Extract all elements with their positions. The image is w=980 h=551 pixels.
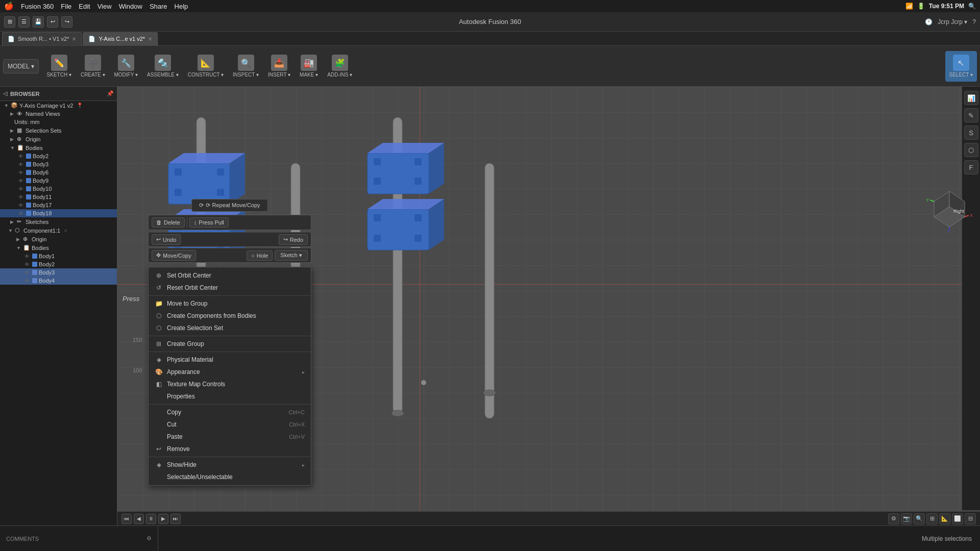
ctx-create-components[interactable]: ⬡ Create Components from Bodies <box>149 310 311 322</box>
help-btn[interactable]: ? <box>972 18 976 26</box>
tree-root[interactable]: ▼ 📦 Y-Axis Carriage v1 v2 📍 <box>0 101 117 110</box>
sketch-dropdown-btn[interactable]: Sketch ▾ <box>275 250 308 261</box>
tree-body10[interactable]: 👁 Body10 <box>0 185 117 193</box>
c-body1-eye[interactable]: 👁 <box>24 254 31 259</box>
ribbon-make[interactable]: 🏭 MAKE ▾ <box>296 51 322 82</box>
ctx-move-to-group[interactable]: 📁 Move to Group <box>149 297 311 310</box>
tab-2-close[interactable]: ✕ <box>148 36 152 42</box>
tree-component1[interactable]: ▼ ⬡ Component1:1 ○ <box>0 226 117 235</box>
move-copy-btn[interactable]: ✥ Move/Copy <box>152 250 196 261</box>
right-panel-btn-4[interactable]: ⬡ <box>964 143 978 157</box>
tree-c-body4[interactable]: 👁 Body4 <box>0 277 117 285</box>
ribbon-select[interactable]: ↖ SELECT ▾ <box>945 51 977 82</box>
tree-bodies[interactable]: ▼ 📋 Bodies <box>0 143 117 152</box>
viewport[interactable]: 150 100 Press ⟳ ⟳ Repeat Move/Copy 🗑 Del… <box>117 87 980 525</box>
tree-c-bodies[interactable]: ▼ 📋 Bodies <box>0 243 117 252</box>
menu-file[interactable]: File <box>61 3 71 10</box>
repeat-move-copy-btn[interactable]: ⟳ ⟳ Repeat Move/Copy <box>191 199 267 212</box>
body10-eye[interactable]: 👁 <box>18 186 24 192</box>
measure-tool-btn[interactable]: 📐 <box>939 513 950 524</box>
tree-body17[interactable]: 👁 Body17 <box>0 201 117 209</box>
hole-btn[interactable]: ○ Hole <box>247 251 273 261</box>
ctx-selectable[interactable]: Selectable/Unselectable <box>149 471 311 483</box>
ctx-create-selection-set[interactable]: ⬡ Create Selection Set <box>149 322 311 334</box>
menu-help[interactable]: Help <box>175 3 188 10</box>
tree-named-views[interactable]: ▶ 👁 Named Views <box>0 110 117 118</box>
grid-menu-btn[interactable]: ⊞ <box>4 16 15 28</box>
ctx-cut[interactable]: Cut Ctrl+X <box>149 418 311 431</box>
mac-search-icon[interactable]: 🔍 <box>968 3 976 10</box>
ctx-reset-orbit-center[interactable]: ↺ Reset Orbit Center <box>149 282 311 294</box>
model-dropdown[interactable]: MODEL ▾ <box>3 59 39 73</box>
tab-1-close[interactable]: ✕ <box>72 36 76 42</box>
tree-body18[interactable]: 👁 Body18 <box>0 209 117 217</box>
zoom-tool-btn[interactable]: 🔍 <box>914 513 925 524</box>
body3-eye[interactable]: 👁 <box>18 162 24 167</box>
right-panel-btn-1[interactable]: 📊 <box>964 91 978 105</box>
tree-c-body2[interactable]: 👁 Body2 <box>0 260 117 268</box>
ctx-properties[interactable]: Properties <box>149 390 311 403</box>
body6-eye[interactable]: 👁 <box>18 170 24 176</box>
right-panel-btn-2[interactable]: ✎ <box>964 108 978 122</box>
tree-origin[interactable]: ▶ ⊕ Origin <box>0 135 117 143</box>
undo-mini-btn[interactable]: ↩ Undo <box>152 234 181 245</box>
tab-2[interactable]: 📄 Y-Axis C...e v1 v2* ✕ <box>83 32 158 45</box>
ctx-set-orbit-center[interactable]: ⊕ Set Orbit Center <box>149 269 311 282</box>
menu-window[interactable]: Window <box>119 3 142 10</box>
tree-body3[interactable]: 👁 Body3 <box>0 160 117 168</box>
app-menu-btn[interactable]: ☰ <box>18 16 30 28</box>
tree-body11[interactable]: 👁 Body11 <box>0 193 117 201</box>
sidebar-pin-btn[interactable]: 📌 <box>107 90 114 97</box>
display-mode-btn[interactable]: ⬜ <box>952 513 963 524</box>
view-cube[interactable]: Right Z X Y <box>924 181 975 232</box>
playback-end-btn[interactable]: ⏭ <box>170 514 181 524</box>
sidebar-collapse-btn[interactable]: ◁ <box>3 90 7 97</box>
menu-fusion360[interactable]: Fusion 360 <box>21 3 54 10</box>
camera-tool-btn[interactable]: 📷 <box>901 513 912 524</box>
apple-menu[interactable]: 🍎 <box>4 2 14 11</box>
workspace-dropdown[interactable]: Jcrp Jcrp ▾ <box>938 18 967 26</box>
tree-selection-sets[interactable]: ▶ ▦ Selection Sets <box>0 126 117 135</box>
ribbon-sketch[interactable]: ✏️ SKETCH ▾ <box>43 51 76 82</box>
press-pull-btn[interactable]: ↕ Press Pull <box>189 217 229 228</box>
tree-body6[interactable]: 👁 Body6 <box>0 168 117 177</box>
tree-body2[interactable]: 👁 Body2 <box>0 152 117 160</box>
ctx-copy[interactable]: Copy Ctrl+C <box>149 406 311 418</box>
body17-eye[interactable]: 👁 <box>18 203 24 208</box>
c-body3-eye[interactable]: 👁 <box>24 270 31 276</box>
ribbon-addins[interactable]: 🧩 ADD-INS ▾ <box>323 51 356 82</box>
orbit-tool-btn[interactable]: ⚙ <box>888 513 899 524</box>
tree-c-body1[interactable]: 👁 Body1 <box>0 252 117 260</box>
ribbon-construct[interactable]: 📐 CONSTRUCT ▾ <box>184 51 228 82</box>
ctx-create-group[interactable]: ⊞ Create Group <box>149 338 311 350</box>
c-body4-eye[interactable]: 👁 <box>24 278 31 284</box>
ctx-physical-material[interactable]: ◈ Physical Material <box>149 354 311 366</box>
ctx-appearance[interactable]: 🎨 Appearance ▸ <box>149 366 311 378</box>
ctx-show-hide[interactable]: ◈ Show/Hide ▸ <box>149 459 311 471</box>
tree-sketches[interactable]: ▶ ✏ Sketches <box>0 217 117 226</box>
c-body2-eye[interactable]: 👁 <box>24 262 31 267</box>
playback-play-btn[interactable]: ▶ <box>158 514 168 524</box>
ribbon-insert[interactable]: 📥 INSERT ▾ <box>264 51 295 82</box>
comments-settings-btn[interactable]: ⚙ <box>146 535 152 542</box>
redo-btn[interactable]: ↪ <box>61 16 72 28</box>
body18-eye[interactable]: 👁 <box>18 211 24 216</box>
menu-edit[interactable]: Edit <box>79 3 90 10</box>
tree-c-body3[interactable]: 👁 Body3 <box>0 268 117 277</box>
menu-share[interactable]: Share <box>150 3 167 10</box>
body9-eye[interactable]: 👁 <box>18 178 24 184</box>
body11-eye[interactable]: 👁 <box>18 194 24 200</box>
redo-mini-btn[interactable]: ↪ Redo <box>279 234 308 245</box>
delete-btn[interactable]: 🗑 Delete <box>152 217 185 228</box>
playback-prev-btn[interactable]: ◀ <box>134 514 144 524</box>
ribbon-create[interactable]: ➕ CREATE ▾ <box>77 51 109 82</box>
save-btn[interactable]: 💾 <box>33 16 44 28</box>
undo-btn[interactable]: ↩ <box>47 16 58 28</box>
grid-btn[interactable]: ⊟ <box>965 513 976 524</box>
tree-body9[interactable]: 👁 Body9 <box>0 177 117 185</box>
ribbon-inspect[interactable]: 🔍 INSPECT ▾ <box>229 51 263 82</box>
tab-1[interactable]: 📄 Smooth R... • V1 v2* ✕ <box>2 32 82 45</box>
playback-start-btn[interactable]: ⏮ <box>121 514 132 524</box>
ctx-paste[interactable]: Paste Ctrl+V <box>149 431 311 443</box>
menu-view[interactable]: View <box>97 3 112 10</box>
